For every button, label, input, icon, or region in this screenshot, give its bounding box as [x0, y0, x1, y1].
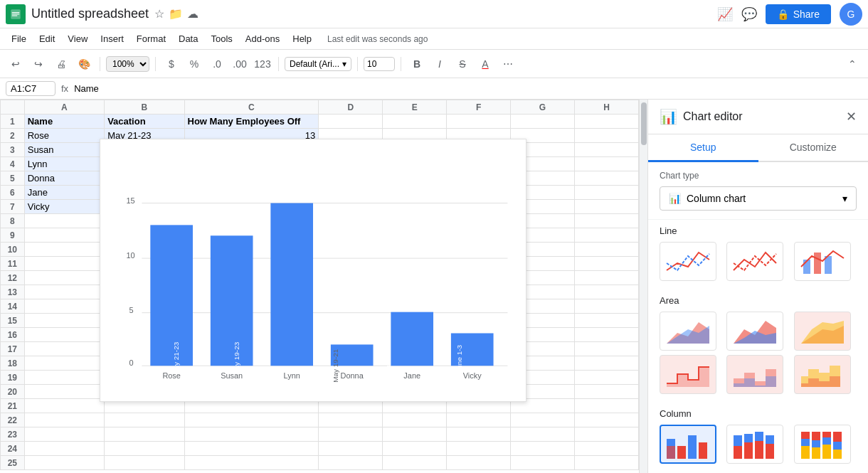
cell-r13c0[interactable] [24, 285, 104, 299]
cell-r23c3[interactable] [319, 427, 383, 442]
cell-r21c0[interactable] [24, 399, 104, 413]
chart-thumb-area-stepped2[interactable] [726, 355, 783, 394]
chart-thumb-area-basic[interactable] [660, 312, 716, 351]
menu-format[interactable]: Format [131, 31, 171, 46]
cell-r6c7[interactable] [574, 186, 638, 200]
text-color-button[interactable]: A [475, 54, 495, 74]
cell-r23c2[interactable] [184, 427, 319, 442]
col-header-f[interactable]: F [447, 100, 511, 115]
percent-button[interactable]: % [184, 54, 204, 74]
cell-r4c7[interactable] [574, 157, 638, 171]
cell-r10c7[interactable] [574, 243, 638, 257]
share-button[interactable]: 🔒 Share [766, 4, 831, 24]
cell-r25c2[interactable] [184, 456, 319, 470]
menu-help[interactable]: Help [287, 31, 317, 46]
cell-r24c2[interactable] [184, 442, 319, 456]
cell-r14c0[interactable] [24, 299, 104, 314]
cell-r2c7[interactable] [574, 129, 638, 143]
scroll-thumb[interactable] [641, 102, 647, 145]
cell-r4c0[interactable]: Lynn [24, 157, 104, 171]
cell-r24c1[interactable] [105, 442, 184, 456]
chart-container[interactable]: 0 5 10 15 May 21-23 May 21-23 [100, 139, 526, 402]
col-header-e[interactable]: E [383, 100, 447, 115]
cell-r13c7[interactable] [574, 285, 638, 299]
col-header-c[interactable]: C [184, 100, 319, 115]
cell-r19c0[interactable] [24, 371, 104, 385]
trend-icon[interactable]: 📈 [717, 6, 733, 22]
redo-button[interactable]: ↪ [28, 54, 48, 74]
font-size-input[interactable] [364, 57, 395, 71]
format-num-button[interactable]: 123 [253, 54, 272, 74]
cell-reference[interactable] [6, 81, 55, 96]
cell-r25c7[interactable] [574, 456, 638, 470]
cell-r6c0[interactable]: Jane [24, 186, 104, 200]
chart-thumb-area-stepped1[interactable] [660, 355, 716, 394]
cell-r18c7[interactable] [574, 356, 638, 371]
cell-r2c0[interactable]: Rose [24, 129, 104, 143]
cell-r10c0[interactable] [24, 243, 104, 257]
cell-r3c7[interactable] [574, 143, 638, 157]
col-header-a[interactable]: A [24, 100, 104, 115]
tab-customize[interactable]: Customize [758, 134, 869, 162]
italic-button[interactable]: I [430, 54, 450, 74]
cell-r25c4[interactable] [383, 456, 447, 470]
cell-r23c1[interactable] [105, 427, 184, 442]
undo-button[interactable]: ↩ [6, 54, 26, 74]
cell-r8c7[interactable] [574, 214, 638, 228]
cell-r9c0[interactable] [24, 228, 104, 243]
cell-r22c7[interactable] [574, 413, 638, 427]
cell-r25c5[interactable] [447, 456, 511, 470]
menu-view[interactable]: View [62, 31, 93, 46]
cell-r25c3[interactable] [319, 456, 383, 470]
cell-r23c5[interactable] [447, 427, 511, 442]
chart-thumb-area-multi[interactable] [726, 312, 783, 351]
cell-r24c0[interactable] [24, 442, 104, 456]
cell-r16c7[interactable] [574, 328, 638, 342]
cell-r24c7[interactable] [574, 442, 638, 456]
decimal-dec-button[interactable]: .0 [207, 54, 227, 74]
cell-r22c4[interactable] [383, 413, 447, 427]
chart-thumb-column-100[interactable] [794, 425, 851, 464]
cell-r16c0[interactable] [24, 328, 104, 342]
cell-r24c5[interactable] [447, 442, 511, 456]
cell-r1c0[interactable]: Name [24, 115, 104, 129]
close-editor-button[interactable]: ✕ [846, 109, 857, 124]
cell-r22c3[interactable] [319, 413, 383, 427]
chart-thumb-area-stacked[interactable] [794, 312, 851, 351]
menu-data[interactable]: Data [173, 31, 203, 46]
chart-thumb-line-combo[interactable] [794, 242, 851, 281]
menu-edit[interactable]: Edit [33, 31, 60, 46]
chart-thumb-line-multi[interactable] [726, 242, 783, 281]
cell-r9c7[interactable] [574, 228, 638, 243]
cell-r24c3[interactable] [319, 442, 383, 456]
zoom-select[interactable]: 100% [106, 56, 149, 72]
cell-r25c1[interactable] [105, 456, 184, 470]
cell-r1c6[interactable] [511, 115, 575, 129]
chart-type-dropdown[interactable]: 📊 Column chart ▾ [660, 186, 857, 211]
menu-insert[interactable]: Insert [95, 31, 129, 46]
cell-r11c0[interactable] [24, 257, 104, 271]
bold-button[interactable]: B [407, 54, 427, 74]
cell-r15c7[interactable] [574, 314, 638, 328]
document-title[interactable]: Untitled spreadsheet [31, 6, 149, 21]
cell-r23c7[interactable] [574, 427, 638, 442]
cell-r18c0[interactable] [24, 356, 104, 371]
cell-r21c7[interactable] [574, 399, 638, 413]
col-header-h[interactable]: H [574, 100, 638, 115]
chart-thumb-area-stepped3[interactable] [794, 355, 851, 394]
cell-r14c7[interactable] [574, 299, 638, 314]
tab-setup[interactable]: Setup [648, 134, 758, 162]
cell-r15c0[interactable] [24, 314, 104, 328]
chat-icon[interactable]: 💬 [741, 6, 757, 22]
cell-r23c6[interactable] [511, 427, 575, 442]
cell-r22c6[interactable] [511, 413, 575, 427]
col-header-b[interactable]: B [105, 100, 184, 115]
cell-r1c3[interactable] [319, 115, 383, 129]
cell-r22c2[interactable] [184, 413, 319, 427]
cell-r5c0[interactable]: Donna [24, 171, 104, 186]
cell-r24c4[interactable] [383, 442, 447, 456]
cell-r7c0[interactable]: Vicky [24, 200, 104, 214]
more-button[interactable]: ⋯ [498, 54, 518, 74]
cell-r5c7[interactable] [574, 171, 638, 186]
cell-r23c4[interactable] [383, 427, 447, 442]
